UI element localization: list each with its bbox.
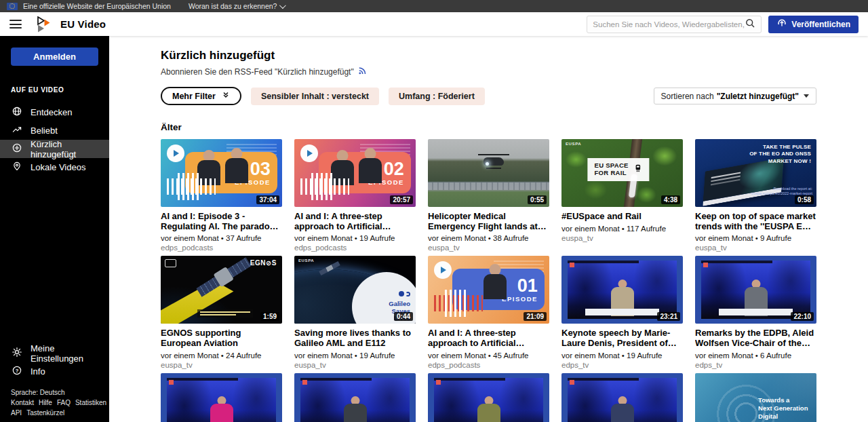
publish-button[interactable]: Veröffentlichen: [768, 16, 859, 33]
video-thumbnail[interactable]: [161, 373, 282, 422]
video-title[interactable]: AI and I: A three-step approach to Artif…: [294, 212, 416, 231]
sidebar-item-meine-einstellungen[interactable]: Meine Einstellungen: [0, 344, 109, 362]
gov-banner-link[interactable]: Woran ist das zu erkennen?: [189, 2, 285, 10]
video-thumbnail[interactable]: EU SPACEFOR RAILEUSPA4:38: [561, 139, 683, 207]
video-title[interactable]: #EUSpace and Rail: [561, 212, 683, 222]
sidebar-item-lokale-videos[interactable]: Lokale Videos: [0, 158, 109, 176]
slide-logo-square: [169, 380, 174, 385]
slide-header-bar: [300, 378, 372, 381]
filter-pill-1[interactable]: Umfang : Föderiert: [389, 88, 485, 105]
logo-arc: [406, 292, 410, 296]
sidebar-item-k-rzlich-hinzugef-gt[interactable]: Kürzlich hinzugefügt: [0, 140, 109, 158]
gov-banner: Eine offizielle Website der Europäischen…: [0, 0, 868, 12]
video-channel[interactable]: euspa_tv: [428, 244, 549, 252]
filter-pill-0[interactable]: Sensibler Inhalt : versteckt: [251, 88, 379, 105]
video-thumbnail[interactable]: [561, 373, 683, 422]
more-filters-label: Mehr Filter: [172, 92, 216, 101]
video-channel[interactable]: euspa_tv: [561, 234, 683, 242]
video-channel[interactable]: edps_tv: [695, 361, 816, 369]
slide-logo-square: [302, 380, 307, 385]
duration-badge: 21:09: [524, 312, 547, 321]
video-title[interactable]: Keynote speech by Marie-Laure Denis, Pre…: [561, 328, 683, 348]
play-button[interactable]: [434, 261, 452, 279]
video-thumbnail[interactable]: 23:21: [561, 256, 683, 324]
video-channel[interactable]: edps_podcasts: [428, 361, 549, 369]
caret-down-icon: [804, 94, 809, 98]
trending-icon: [12, 124, 22, 137]
video-channel[interactable]: edps_podcasts: [161, 244, 282, 252]
video-thumbnail[interactable]: [294, 373, 416, 422]
video-thumbnail[interactable]: GalileoSavesLivesEUSPA0:44: [294, 256, 416, 324]
sidebar-item-entdecken[interactable]: Entdecken: [0, 103, 109, 121]
group-label: Älter: [161, 122, 816, 132]
rss-icon[interactable]: [357, 66, 367, 77]
video-thumbnail[interactable]: 01EPISODE21:09: [428, 256, 549, 324]
footer-link-kontakt[interactable]: Kontakt: [11, 399, 34, 406]
app-title[interactable]: EU Video: [60, 18, 106, 30]
sidebar-menu: EntdeckenBeliebtKürzlich hinzugefügtLoka…: [0, 103, 109, 176]
headline-line: OF THE EO AND GNSS: [749, 151, 811, 157]
video-channel[interactable]: edps_podcasts: [294, 244, 416, 252]
video-title[interactable]: Saving more lives thanks to Galileo AML …: [294, 328, 416, 348]
duration-badge: 22:10: [791, 312, 814, 321]
video-title[interactable]: AI and I: Episode 3 - Regulating AI. The…: [161, 212, 282, 231]
video-meta: vor einem Monat • 19 Aufrufe: [294, 234, 416, 242]
footer-link-tastenkürzel[interactable]: Tastenkürzel: [26, 409, 64, 417]
search-box[interactable]: [587, 16, 762, 33]
footer-link-hilfe[interactable]: Hilfe: [39, 399, 52, 406]
video-meta: vor einem Monat • 24 Aufrufe: [161, 351, 282, 360]
play-icon: [174, 150, 179, 157]
footer-link-statistiken[interactable]: Statistiken: [75, 399, 106, 406]
video-meta: vor einem Monat • 45 Aufrufe: [428, 351, 549, 360]
footer-link-api[interactable]: API: [11, 409, 22, 417]
play-button[interactable]: [167, 145, 184, 162]
video-thumbnail[interactable]: EGN⊘S1:59: [161, 256, 282, 324]
login-button[interactable]: Anmelden: [11, 47, 98, 66]
more-filters-button[interactable]: Mehr Filter: [161, 87, 241, 105]
sort-dropdown[interactable]: Sortieren nach "Zuletzt hinzugefügt": [654, 88, 816, 104]
speaker-silhouette: [609, 396, 636, 422]
video-thumbnail[interactable]: [428, 373, 549, 422]
play-button[interactable]: [300, 145, 318, 162]
rss-subscribe-text: Abonnieren Sie den RSS-Feed "Kürzlich hi…: [161, 67, 354, 77]
video-title[interactable]: AI and I: A three-step approach to Artif…: [428, 328, 549, 348]
search-input[interactable]: [593, 20, 745, 28]
sidebar-item-label: Lokale Videos: [31, 162, 85, 172]
sidebar-item-info[interactable]: ?Info: [0, 362, 109, 381]
chevron-down-icon: [279, 2, 286, 9]
video-channel[interactable]: euspa_tv: [294, 361, 416, 369]
video-title[interactable]: EGNOS supporting European Aviation: [161, 328, 282, 348]
video-thumbnail[interactable]: 22:10: [695, 256, 816, 324]
video-title[interactable]: Helicopter Medical Emergency Flight land…: [428, 212, 549, 231]
video-meta: vor einem Monat • 37 Aufrufe: [161, 234, 282, 242]
video-thumbnail[interactable]: 03EPISODE37:04: [161, 139, 282, 207]
search-icon[interactable]: [745, 18, 755, 31]
video-card: [561, 373, 683, 422]
slide-screen: [568, 261, 677, 319]
slide-header-bar: [568, 378, 639, 381]
logo-dot: [399, 291, 404, 296]
language-selector[interactable]: Sprache: Deutsch: [11, 389, 65, 396]
sidebar-item-beliebt[interactable]: Beliebt: [0, 121, 109, 140]
caption-bar: [197, 309, 253, 318]
app-logo-icon[interactable]: [37, 16, 51, 33]
video-channel[interactable]: euspa_tv: [161, 361, 282, 369]
video-channel[interactable]: euspa_tv: [695, 244, 816, 252]
slide-header-bar: [568, 261, 639, 263]
episode-number: 02: [384, 160, 404, 178]
video-thumbnail[interactable]: TAKE THE PULSEOF THE EO AND GNSSMARKET N…: [695, 139, 816, 207]
video-thumbnail[interactable]: 0:55: [428, 139, 549, 207]
footer-link-faq[interactable]: FAQ: [57, 399, 71, 406]
video-title[interactable]: Keep on top of space market trends with …: [695, 212, 816, 231]
video-thumbnail[interactable]: Towards aNext GenerationDigital Commissi…: [695, 373, 816, 422]
video-card: Towards aNext GenerationDigital Commissi…: [695, 373, 816, 422]
menu-icon[interactable]: [9, 20, 22, 28]
duration-badge: 0:44: [394, 312, 413, 321]
video-card: 22:10Remarks by the EDPB, Aleid Wolfsen …: [695, 256, 816, 368]
video-title[interactable]: Remarks by the EDPB, Aleid Wolfsen Vice-…: [695, 328, 816, 348]
video-channel[interactable]: edps_tv: [561, 361, 683, 369]
video-thumbnail[interactable]: 02EPISODE20:57: [294, 139, 416, 207]
video-card: 02EPISODE20:57AI and I: A three-step app…: [294, 139, 416, 252]
video-meta: vor einem Monat • 6 Aufrufe: [695, 351, 816, 360]
waveform-graphic: [167, 178, 216, 195]
